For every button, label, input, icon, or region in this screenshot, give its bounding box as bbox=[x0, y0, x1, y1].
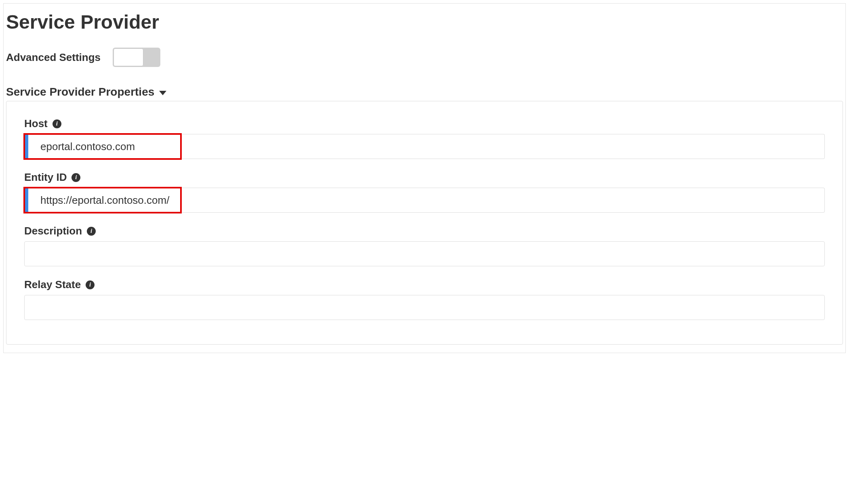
entity-id-input-wrap bbox=[24, 188, 825, 213]
relay-state-label: Relay State bbox=[24, 278, 81, 291]
relay-state-input-wrap bbox=[24, 295, 825, 320]
advanced-settings-toggle[interactable] bbox=[113, 48, 160, 67]
page-title: Service Provider bbox=[6, 11, 843, 33]
advanced-settings-row: Advanced Settings bbox=[6, 48, 843, 67]
field-label-row-entity-id: Entity ID i bbox=[24, 171, 825, 184]
field-label-row-relay-state: Relay State i bbox=[24, 278, 825, 291]
entity-id-input[interactable] bbox=[24, 188, 825, 213]
field-group-description: Description i bbox=[24, 225, 825, 266]
field-group-entity-id: Entity ID i bbox=[24, 171, 825, 213]
chevron-down-icon bbox=[159, 91, 166, 95]
description-label: Description bbox=[24, 225, 82, 237]
host-input-wrap bbox=[24, 134, 825, 159]
description-input[interactable] bbox=[24, 241, 825, 266]
info-icon[interactable]: i bbox=[87, 227, 96, 236]
description-input-wrap bbox=[24, 241, 825, 266]
toggle-knob bbox=[113, 48, 143, 66]
info-icon[interactable]: i bbox=[53, 119, 61, 128]
host-label: Host bbox=[24, 117, 48, 130]
field-group-relay-state: Relay State i bbox=[24, 278, 825, 320]
field-label-row-host: Host i bbox=[24, 117, 825, 130]
field-label-row-description: Description i bbox=[24, 225, 825, 237]
info-icon[interactable]: i bbox=[71, 173, 80, 182]
relay-state-input[interactable] bbox=[24, 295, 825, 320]
section-header[interactable]: Service Provider Properties bbox=[6, 86, 843, 98]
page-container: Service Provider Advanced Settings Servi… bbox=[3, 3, 846, 353]
section-header-title: Service Provider Properties bbox=[6, 86, 154, 98]
properties-panel: Host i Entity ID i Description i bbox=[6, 101, 843, 345]
field-group-host: Host i bbox=[24, 117, 825, 159]
host-input[interactable] bbox=[24, 134, 825, 159]
advanced-settings-label: Advanced Settings bbox=[6, 51, 101, 64]
entity-id-label: Entity ID bbox=[24, 171, 67, 184]
info-icon[interactable]: i bbox=[86, 280, 95, 289]
